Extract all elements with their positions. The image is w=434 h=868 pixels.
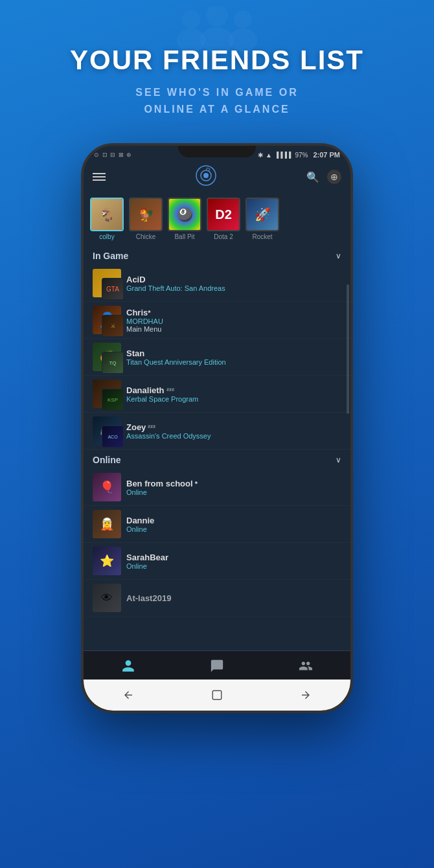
status-ben: Online <box>126 488 341 496</box>
username-acid: AciD <box>126 275 341 284</box>
avatar-ballpit: 🎱 <box>168 198 201 231</box>
nav-chat[interactable] <box>200 656 234 676</box>
username-zoey: Zoey ᶻᶻᶻ <box>126 422 341 432</box>
username-sarah: SarahBear <box>126 553 341 562</box>
avatar-wrapper-sarah: ⭐ <box>93 547 121 575</box>
friends-scroll-row[interactable]: 🐐 colby 🐓 Chicke 🎱 Ball Pit <box>84 192 350 246</box>
avatar-dota: D2 <box>207 198 240 231</box>
status-icons: ⊙ ⊡ ⊟ ⊠ ⊛ <box>94 152 132 158</box>
clock-display: 2:07 PM <box>313 151 340 159</box>
nav-group[interactable] <box>288 656 323 676</box>
friend-name-chicken: Chicke <box>136 233 156 240</box>
game-icon-odyssey: ACO <box>102 426 124 448</box>
game-icon-titan: TQ <box>102 352 124 374</box>
bottom-nav <box>84 650 350 680</box>
online-list: 🎈 Ben from school * Online 🧝 <box>84 469 350 617</box>
friend-info-sarah: SarahBear Online <box>126 553 341 570</box>
online-title: Online <box>93 455 121 465</box>
bluetooth-icon: ✱ <box>258 152 263 159</box>
nav-friends[interactable] <box>111 656 146 676</box>
friend-info-dannie: Dannie Online <box>126 516 341 533</box>
avatar-wrapper-atlast: 👁 <box>93 584 121 612</box>
in-game-section-header[interactable]: In Game ∨ <box>84 246 350 265</box>
main-title: YOUR FRIENDS LIST <box>70 45 364 75</box>
android-home[interactable] <box>208 686 226 704</box>
username-dannie: Dannie <box>126 516 341 525</box>
steam-nav: 🔍 ⊕ <box>84 161 350 192</box>
avatar-wrapper-stan: 🍊 TQ <box>93 343 121 371</box>
friend-info-chris: Chris* MORDHAU Main Menu <box>126 308 341 333</box>
friend-item-zoey[interactable]: 🎮 ACO Zoey ᶻᶻᶻ Assassin's Creed Odyssey <box>84 413 350 450</box>
android-back[interactable] <box>119 686 137 704</box>
avatar-chicken: 🐓 <box>129 198 163 231</box>
game-chris: MORDHAU <box>126 317 341 325</box>
game-danalieth: Kerbal Space Program <box>126 395 341 403</box>
phone-screen: ⊙ ⊡ ⊟ ⊠ ⊛ ✱ ▲ ▐▐▐▐ 97% 2:07 PM <box>84 146 350 711</box>
friend-item-atlast[interactable]: 👁 At-last2019 <box>84 580 350 617</box>
scrollbar-indicator <box>347 284 349 414</box>
friend-icon-chicken[interactable]: 🐓 Chicke <box>129 198 163 240</box>
friend-info-acid: AciD Grand Theft Auto: San Andreas <box>126 275 341 292</box>
game-icon-gta: GTA <box>102 278 124 300</box>
friend-info-zoey: Zoey ᶻᶻᶻ Assassin's Creed Odyssey <box>126 422 341 440</box>
avatar-wrapper-dannie: 🧝 <box>93 510 121 538</box>
status-right: ✱ ▲ ▐▐▐▐ 97% 2:07 PM <box>258 151 340 159</box>
friend-info-stan: Stan Titan Quest Anniversary Edition <box>126 348 341 366</box>
friend-item-stan[interactable]: 🍊 TQ Stan Titan Quest Anniversary Editio… <box>84 339 350 376</box>
friend-info-danalieth: Danalieth ᶻᶻᶻ Kerbal Space Program <box>126 385 341 403</box>
content-area: In Game ∨ ⚠ GTA AciD Grand Theft Auto: S… <box>84 246 350 650</box>
avatar-wrapper-acid: ⚠ GTA <box>93 269 121 297</box>
friend-item-acid[interactable]: ⚠ GTA AciD Grand Theft Auto: San Andreas <box>84 265 350 302</box>
signal-icon: ▐▐▐▐ <box>275 152 291 158</box>
add-friend-icon[interactable]: ⊕ <box>327 170 341 184</box>
avatar-wrapper-chris: 👤 ⚔ <box>93 306 121 334</box>
status-chris: Main Menu <box>126 325 341 333</box>
game-stan: Titan Quest Anniversary Edition <box>126 358 341 366</box>
friend-item-chris[interactable]: 👤 ⚔ Chris* MORDHAU Main Menu <box>84 302 350 339</box>
hero-section: YOUR FRIENDS LIST SEE WHO'S IN GAME ORON… <box>44 0 390 130</box>
friend-name-ballpit: Ball Pit <box>174 233 194 240</box>
username-atlast: At-last2019 <box>126 593 341 603</box>
username-stan: Stan <box>126 348 341 358</box>
friend-item-dannie[interactable]: 🧝 Dannie Online <box>84 506 350 543</box>
friend-icon-dota[interactable]: D2 Dota 2 <box>207 198 240 240</box>
android-recents[interactable] <box>297 686 315 704</box>
status-dannie: Online <box>126 525 341 533</box>
nav-icons: 🔍 ⊕ <box>306 170 341 184</box>
hamburger-menu[interactable] <box>93 173 106 181</box>
friend-item-danalieth[interactable]: 🧔 KSP Danalieth ᶻᶻᶻ Kerbal Space Program <box>84 376 350 413</box>
avatar-wrapper-danalieth: 🧔 KSP <box>93 380 121 408</box>
subtitle: SEE WHO'S IN GAME ORONLINE AT A GLANCE <box>70 84 364 117</box>
online-chevron[interactable]: ∨ <box>336 455 341 464</box>
online-section-header[interactable]: Online ∨ <box>84 450 350 469</box>
friend-info-atlast: At-last2019 <box>126 593 341 603</box>
friend-icon-ballpit[interactable]: 🎱 Ball Pit <box>168 198 201 240</box>
avatar-wrapper-zoey: 🎮 ACO <box>93 417 121 445</box>
game-icon-kerbal: KSP <box>102 389 124 411</box>
username-danalieth: Danalieth ᶻᶻᶻ <box>126 385 341 395</box>
friend-name-dota: Dota 2 <box>214 233 233 240</box>
svg-point-8 <box>203 173 209 178</box>
avatar-wrapper-ben: 🎈 <box>93 473 121 501</box>
friend-item-ben[interactable]: 🎈 Ben from school * Online <box>84 469 350 506</box>
friend-item-sarahbear[interactable]: ⭐ SarahBear Online <box>84 543 350 580</box>
friend-name-rocket: Rocket <box>252 233 272 240</box>
wifi-icon: ▲ <box>266 152 272 159</box>
in-game-list: ⚠ GTA AciD Grand Theft Auto: San Andreas… <box>84 265 350 450</box>
friend-icon-colby[interactable]: 🐐 colby <box>90 198 124 240</box>
friend-icon-rocket[interactable]: 🚀 Rocket <box>246 198 279 240</box>
svg-rect-9 <box>212 691 222 700</box>
battery-level: 97% <box>295 152 308 159</box>
friend-name-colby: colby <box>99 233 114 240</box>
game-acid: Grand Theft Auto: San Andreas <box>126 284 341 292</box>
game-icon-mordhau: ⚔ <box>102 315 124 337</box>
status-sarah: Online <box>126 562 341 570</box>
in-game-chevron[interactable]: ∨ <box>336 251 341 260</box>
username-chris: Chris* <box>126 308 341 317</box>
android-nav <box>84 680 350 711</box>
friend-info-ben: Ben from school * Online <box>126 479 341 496</box>
phone-notch <box>178 146 256 157</box>
in-game-title: In Game <box>93 251 128 261</box>
search-icon[interactable]: 🔍 <box>306 171 319 183</box>
avatar-rocket: 🚀 <box>246 198 279 231</box>
